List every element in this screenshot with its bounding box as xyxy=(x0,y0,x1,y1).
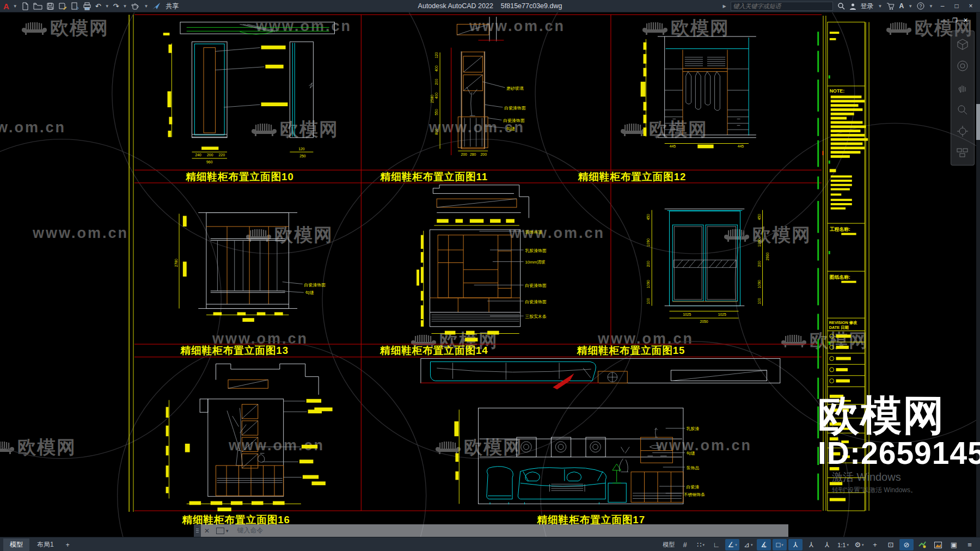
svg-text:445: 445 xyxy=(670,144,676,148)
logo-caret-icon[interactable]: ▼ xyxy=(13,4,17,9)
command-line[interactable]: ✕ ▾ 键入命令 xyxy=(194,524,788,537)
orbit-icon[interactable] xyxy=(956,125,969,137)
autocad-logo-icon[interactable]: A xyxy=(3,2,9,10)
polar-tracking-toggle[interactable]: ∠▾ xyxy=(725,539,739,550)
pan-hand-icon[interactable] xyxy=(956,82,969,94)
drawing-title-14: 精细鞋柜布置立面图14 xyxy=(379,345,488,356)
revision-rows xyxy=(828,331,865,387)
open-from-web-icon[interactable] xyxy=(71,2,79,10)
graphics-performance-icon[interactable] xyxy=(931,539,945,550)
new-file-icon[interactable] xyxy=(21,2,29,10)
svg-text:10mm清玻: 10mm清玻 xyxy=(525,260,546,265)
annotation-scale-icon[interactable]: ⅄ xyxy=(820,539,834,550)
drawing-title-16: 精细鞋柜布置立面图16 xyxy=(181,514,290,525)
viewcube-icon[interactable] xyxy=(956,38,969,50)
undo-icon[interactable]: ↶ xyxy=(95,3,101,10)
svg-text:120: 120 xyxy=(298,147,305,151)
render-teapot-icon[interactable] xyxy=(131,2,140,10)
redo-icon[interactable]: ↷ xyxy=(113,3,119,10)
drawing-14[interactable]: 装饰吊顶 乳胶漆饰面 10mm清玻 白瓷漆饰面 白瓷漆饰面 三胺实木条 xyxy=(416,185,547,341)
drawing-10[interactable]: 240 200 220 960 120 250 xyxy=(163,22,335,164)
maximize-button[interactable]: □ xyxy=(952,2,961,10)
login-caret-icon[interactable]: ▼ xyxy=(878,4,883,9)
svg-text:乳胶漆饰面: 乳胶漆饰面 xyxy=(525,248,547,253)
svg-text:白瓷漆饰面: 白瓷漆饰面 xyxy=(504,106,525,111)
print-icon[interactable] xyxy=(83,2,91,10)
qat-customize-caret-icon[interactable]: ▼ xyxy=(144,4,148,9)
trusted-autoloader-icon[interactable] xyxy=(915,539,929,550)
help-icon[interactable]: ? xyxy=(917,2,924,10)
drawing-canvas[interactable]: .sw{stroke:#ccd1d7;fill:none;stroke-widt… xyxy=(0,13,980,537)
command-grip-handle[interactable] xyxy=(194,524,201,537)
object-snap-tracking-toggle[interactable]: ∡ xyxy=(757,539,771,550)
command-input[interactable]: 键入命令 xyxy=(237,526,264,535)
svg-text:200: 200 xyxy=(207,153,213,157)
drawing-11[interactable]: 120 400 200 400 550 800 2580 200 280 200… xyxy=(430,17,525,156)
svg-text:三胺实木条: 三胺实木条 xyxy=(525,314,547,319)
navigation-bar[interactable] xyxy=(951,30,975,166)
app-store-cart-icon[interactable] xyxy=(886,3,895,10)
command-close-icon[interactable]: ✕ xyxy=(201,527,213,535)
add-layout-button[interactable]: + xyxy=(62,540,74,550)
drawing-title-12: 精细鞋柜布置立面图12 xyxy=(578,171,686,182)
drawing-12[interactable]: 445 1540 445 xyxy=(641,36,756,148)
isolate-objects-icon[interactable]: ⊡ xyxy=(884,539,898,550)
save-as-icon[interactable] xyxy=(58,2,67,10)
object-snap-toggle[interactable]: □▾ xyxy=(773,539,787,550)
svg-text:装饰品: 装饰品 xyxy=(687,466,700,470)
tab-model[interactable]: 模型 xyxy=(3,538,29,551)
doc-close-button[interactable]: ✕ xyxy=(963,17,968,24)
user-icon[interactable] xyxy=(849,3,856,10)
scrollbar-thumb[interactable] xyxy=(976,104,980,140)
drawing-title-13: 精细鞋柜布置立面图13 xyxy=(180,345,288,356)
model-space-toggle[interactable]: 模型 xyxy=(661,539,676,550)
grid-display-toggle[interactable]: # xyxy=(678,539,692,550)
share-label[interactable]: 共享 xyxy=(166,2,179,11)
tab-layout1[interactable]: 布局1 xyxy=(30,538,60,551)
save-icon[interactable] xyxy=(46,2,54,10)
command-customize-icon[interactable]: ▾ xyxy=(213,528,232,534)
help-caret-icon[interactable]: ▼ xyxy=(929,4,933,9)
annotation-autoscale-toggle[interactable]: ⅄ xyxy=(804,539,818,550)
annotation-visibility-toggle[interactable]: ⅄ xyxy=(788,539,803,550)
vertical-scrollbar[interactable] xyxy=(976,13,980,537)
search-expand-icon[interactable]: ▶ xyxy=(722,4,726,9)
snap-mode-toggle[interactable]: ∷▾ xyxy=(694,539,708,550)
zoom-orbit-icon[interactable] xyxy=(956,103,969,115)
clean-screen-icon[interactable]: ▣ xyxy=(947,539,961,550)
steering-wheel-icon[interactable] xyxy=(956,60,969,72)
search-input[interactable] xyxy=(731,2,833,11)
drawing-workspace[interactable]: 欧模网www.om.cnwww.om.cn欧模网欧模网www.om.cn欧模网w… xyxy=(0,13,980,537)
drawing-15[interactable]: 450 1090 200 1090 100 450 1090 200 1090 … xyxy=(646,209,769,323)
doc-minimize-button[interactable]: — xyxy=(941,17,947,24)
customization-menu-icon[interactable]: ≡ xyxy=(963,539,977,550)
open-folder-icon[interactable] xyxy=(33,2,42,10)
drawing-17[interactable]: 乳胶漆 勾缝 装饰品 白瓷漆 不锈钢饰条 xyxy=(421,358,780,504)
undo-caret-icon[interactable]: ▼ xyxy=(105,4,109,9)
annotation-monitor-icon[interactable]: + xyxy=(868,539,882,550)
drawing-13[interactable]: 2780 白瓷漆饰面 勾缝 xyxy=(174,213,326,322)
drawing-16[interactable] xyxy=(166,364,333,511)
annotation-scale-value[interactable]: 1:1▾ xyxy=(836,539,850,550)
drawing-title-17: 精细鞋柜布置立面图17 xyxy=(537,514,645,525)
hardware-acceleration-icon[interactable]: ⊘ xyxy=(899,539,914,550)
doc-restore-button[interactable]: ❐ xyxy=(952,17,958,24)
share-icon[interactable] xyxy=(152,2,161,10)
wall-frames xyxy=(517,437,605,457)
svg-text:100: 100 xyxy=(646,298,650,304)
search-icon[interactable] xyxy=(837,2,845,10)
app-title: Autodesk AutoCAD 2022 xyxy=(418,2,493,10)
autodesk-account-icon[interactable]: A xyxy=(899,2,904,10)
svg-text:550: 550 xyxy=(434,109,438,115)
isometric-drafting-toggle[interactable]: ⊿▾ xyxy=(741,539,755,550)
redo-caret-icon[interactable]: ▼ xyxy=(123,4,127,9)
autodesk-caret-icon[interactable]: ▼ xyxy=(908,4,912,9)
close-button[interactable]: × xyxy=(966,2,976,10)
workspace-switching-gear-icon[interactable]: ⚙▾ xyxy=(852,539,866,550)
login-label[interactable]: 登录 xyxy=(861,2,874,11)
ortho-mode-toggle[interactable]: ∟ xyxy=(709,539,724,550)
minimize-button[interactable]: – xyxy=(938,2,947,10)
svg-text:勾缝: 勾缝 xyxy=(687,451,695,456)
show-motion-icon[interactable] xyxy=(956,147,969,158)
svg-text:450: 450 xyxy=(646,214,650,221)
